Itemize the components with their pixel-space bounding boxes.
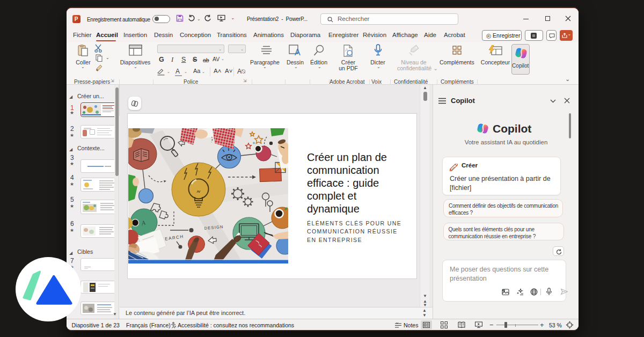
svg-text:A: A (295, 48, 301, 56)
